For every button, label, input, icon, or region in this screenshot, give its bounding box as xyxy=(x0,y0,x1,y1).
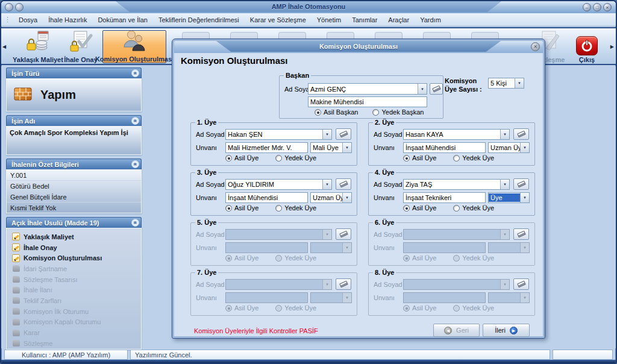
dropdown-arrow-icon[interactable]: ▼ xyxy=(515,78,524,88)
member-role-combo[interactable]: ▼ xyxy=(310,242,352,253)
yedek-baskan-radio[interactable]: Yedek Başkan xyxy=(372,108,424,116)
procedure-step-item[interactable]: İdari Şartname xyxy=(7,263,141,274)
yedek-uye-radio[interactable]: Yedek Üye xyxy=(275,254,316,262)
member-title-input[interactable] xyxy=(225,242,308,253)
maximize-button[interactable]: □ xyxy=(593,3,601,11)
dropdown-arrow-icon[interactable]: ▼ xyxy=(500,180,509,189)
menu-item-5[interactable]: Karar ve Sözleşme xyxy=(245,14,312,25)
dropdown-arrow-icon[interactable]: ▼ xyxy=(322,130,331,139)
close-button[interactable]: ✕ xyxy=(603,3,612,11)
dialog-close-icon[interactable]: ✕ xyxy=(531,42,540,51)
asil-uye-radio[interactable]: Asil Üye xyxy=(225,254,258,262)
collapse-chevron-icon[interactable]: « xyxy=(131,117,139,125)
member-title-input[interactable] xyxy=(403,292,486,303)
procedure-step-item[interactable]: Komisyon İlk Oturumu xyxy=(7,306,141,317)
menu-item-3[interactable]: Doküman ve İlan xyxy=(92,14,153,25)
menu-item-2[interactable]: İhale Hazırlık xyxy=(43,14,92,25)
member-clear-button[interactable] xyxy=(336,228,351,240)
member-clear-button[interactable] xyxy=(513,228,529,240)
toolbar-item-yaklasik-maliyet[interactable]: Yaklaşık Maliyet xyxy=(12,30,64,63)
member-title-input[interactable] xyxy=(225,292,308,303)
procedure-step-item[interactable]: Karar xyxy=(7,327,141,338)
member-name-combo[interactable]: Hakan ŞEN ▼ xyxy=(225,129,332,140)
yedek-uye-radio[interactable]: Yedek Üye xyxy=(453,304,494,312)
dropdown-arrow-icon[interactable]: ▼ xyxy=(342,243,351,253)
procedure-step-item[interactable]: Yaklaşık Maliyet xyxy=(7,231,141,242)
yedek-uye-radio[interactable]: Yedek Üye xyxy=(275,154,316,162)
dropdown-arrow-icon[interactable]: ▼ xyxy=(322,230,331,239)
procedure-step-item[interactable]: Sözleşme xyxy=(7,338,141,349)
menu-item-6[interactable]: Yönetim xyxy=(312,14,346,25)
dropdown-arrow-icon[interactable]: ▼ xyxy=(520,243,529,253)
back-button[interactable]: ◀ Geri xyxy=(433,324,480,337)
menu-item-1[interactable]: Dosya xyxy=(13,14,43,25)
member-name-combo[interactable]: ▼ xyxy=(403,229,510,240)
member-clear-button[interactable] xyxy=(336,128,351,140)
member-clear-button[interactable] xyxy=(513,178,529,190)
procedure-step-item[interactable]: Sözleşme Tasarısı xyxy=(7,274,141,285)
collapse-chevron-icon[interactable]: « xyxy=(131,160,139,168)
yedek-uye-radio[interactable]: Yedek Üye xyxy=(453,204,494,212)
procedure-step-item[interactable]: Komisyon Kapalı Oturumu xyxy=(7,317,141,328)
member-title-input[interactable]: İnşaat Teknikeri xyxy=(403,192,486,203)
yedek-uye-radio[interactable]: Yedek Üye xyxy=(275,204,316,212)
menu-item-7[interactable]: Tanımlar xyxy=(346,14,383,25)
minimize-button[interactable]: – xyxy=(583,3,591,11)
yedek-uye-radio[interactable]: Yedek Üye xyxy=(453,254,494,262)
dropdown-arrow-icon[interactable]: ▼ xyxy=(322,280,331,289)
asil-uye-radio[interactable]: Asil Üye xyxy=(403,304,436,312)
procedure-step-item[interactable]: İhale İlanı xyxy=(7,284,141,295)
member-name-combo[interactable]: Ziya TAŞ ▼ xyxy=(403,179,510,190)
dropdown-arrow-icon[interactable]: ▼ xyxy=(500,230,509,239)
member-name-combo[interactable]: ▼ xyxy=(225,229,332,240)
chairman-clear-button[interactable] xyxy=(430,83,443,95)
menu-item-4[interactable]: Tekliflerin Değerlendirilmesi xyxy=(153,14,245,25)
member-clear-button[interactable] xyxy=(513,278,529,290)
dropdown-arrow-icon[interactable]: ▼ xyxy=(418,84,427,94)
asil-uye-radio[interactable]: Asil Üye xyxy=(225,154,258,162)
member-name-combo[interactable]: ▼ xyxy=(403,279,510,290)
toolbar-item-cikis[interactable]: Çıkış xyxy=(568,30,606,63)
asil-baskan-radio[interactable]: Asil Başkan xyxy=(315,108,358,116)
yedek-uye-radio[interactable]: Yedek Üye xyxy=(453,154,494,162)
member-role-combo[interactable]: ▼ xyxy=(488,242,530,253)
member-role-combo[interactable]: ▼ xyxy=(488,292,530,303)
procedure-step-item[interactable]: Komisyon Oluşturulması xyxy=(7,253,141,263)
asil-uye-radio[interactable]: Asil Üye xyxy=(403,204,436,212)
panel-header[interactable]: Açık İhale Usulü (Madde 19) « xyxy=(6,217,142,228)
member-name-combo[interactable]: Hasan KAYA ▼ xyxy=(403,129,510,140)
dropdown-arrow-icon[interactable]: ▼ xyxy=(520,143,529,152)
toolbar-item-komisyon-olusturulmasi[interactable]: Komisyon Oluşturulması xyxy=(102,30,166,63)
dropdown-arrow-icon[interactable]: ▼ xyxy=(500,130,509,139)
member-clear-button[interactable] xyxy=(336,278,351,290)
member-title-input[interactable]: İnşaat Mühendisi xyxy=(225,192,308,203)
chairman-title-input[interactable]: Makine Mühendisi xyxy=(308,96,427,107)
yedek-uye-radio[interactable]: Yedek Üye xyxy=(275,304,316,312)
member-role-combo[interactable]: Üye ▼ xyxy=(488,192,530,203)
asil-uye-radio[interactable]: Asil Üye xyxy=(403,154,436,162)
dropdown-arrow-icon[interactable]: ▼ xyxy=(500,280,509,289)
procedure-step-item[interactable]: İhale Onay xyxy=(7,242,141,253)
menu-item-8[interactable]: Araçlar xyxy=(383,14,415,25)
panel-header[interactable]: İhalenin Özet Bilgileri « xyxy=(6,158,142,169)
member-role-combo[interactable]: Mali Üye ▼ xyxy=(310,142,352,153)
member-name-combo[interactable]: ▼ xyxy=(225,279,332,290)
next-button[interactable]: İleri ▶ xyxy=(483,324,530,337)
asil-uye-radio[interactable]: Asil Üye xyxy=(403,254,436,262)
member-name-combo[interactable]: Oğuz YILDIRIM ▼ xyxy=(225,179,332,190)
dropdown-arrow-icon[interactable]: ▼ xyxy=(342,143,351,152)
dropdown-arrow-icon[interactable]: ▼ xyxy=(520,293,529,303)
menu-item-9[interactable]: Yardım xyxy=(415,14,446,25)
member-count-combo[interactable]: 5 Kişi ▼ xyxy=(488,78,524,89)
dropdown-arrow-icon[interactable]: ▼ xyxy=(342,293,351,303)
asil-uye-radio[interactable]: Asil Üye xyxy=(225,204,258,212)
member-role-combo[interactable]: Uzman Üye ▼ xyxy=(488,142,530,153)
toolbar-scroll-left-icon[interactable]: ◀ xyxy=(2,44,6,49)
dropdown-arrow-icon[interactable]: ▼ xyxy=(520,193,529,202)
member-role-combo[interactable]: ▼ xyxy=(310,292,352,303)
collapse-chevron-icon[interactable]: « xyxy=(131,69,139,77)
chairman-name-combo[interactable]: Azmi GENÇ ▼ xyxy=(308,83,427,95)
menu-drag-handle-icon[interactable]: ⋮ xyxy=(1,16,13,24)
dropdown-arrow-icon[interactable]: ▼ xyxy=(322,180,331,189)
member-role-combo[interactable]: Uzman Üye ▼ xyxy=(310,192,352,203)
